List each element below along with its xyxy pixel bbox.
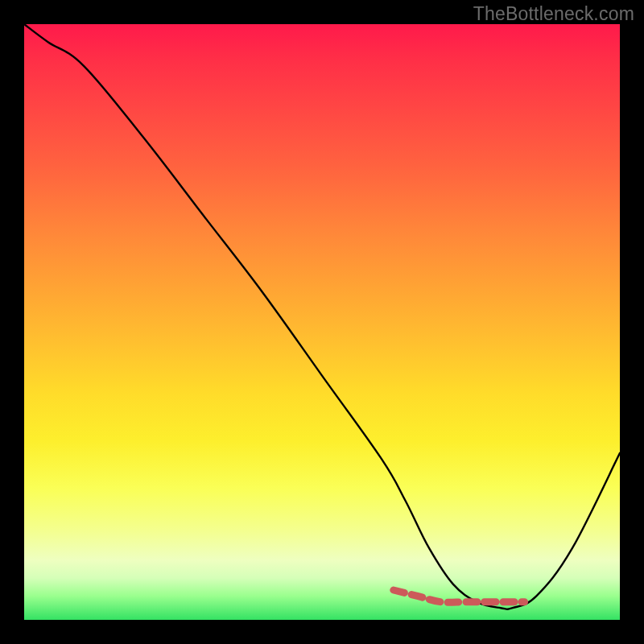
chart-frame: TheBottleneck.com [0, 0, 644, 644]
curve-layer [24, 24, 620, 620]
watermark-text: TheBottleneck.com [473, 3, 634, 25]
bottleneck-curve [24, 24, 620, 609]
plot-area [24, 24, 620, 620]
marker-band [394, 590, 525, 602]
